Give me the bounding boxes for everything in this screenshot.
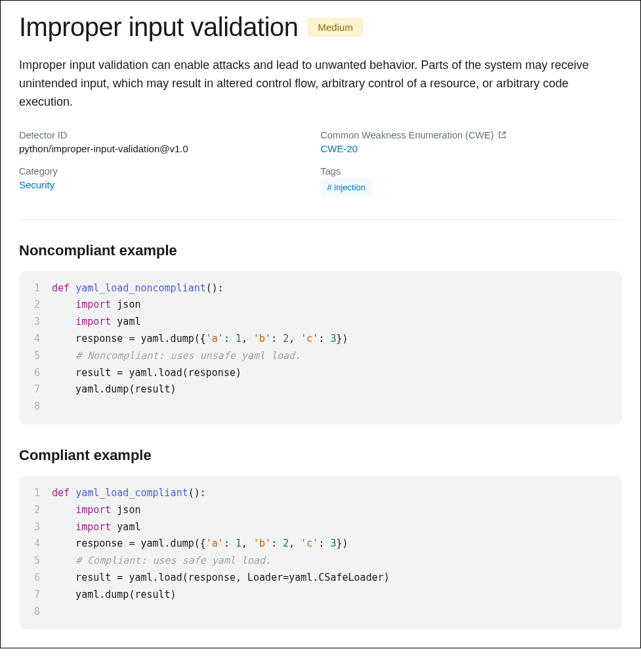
cwe-label: Common Weakness Enumeration (CWE) (321, 130, 623, 140)
code-line: 8 (19, 398, 622, 415)
meta-col-left: Detector ID python/improper-input-valida… (19, 130, 321, 202)
tags-label: Tags (321, 166, 623, 177)
code-text: # Compliant: uses safe yaml load. (52, 553, 622, 570)
code-line: 3 import yaml (19, 519, 622, 536)
code-text: result = yaml.load(response, Loader=yaml… (52, 570, 622, 587)
detector-id-value: python/improper-input-validation@v1.0 (19, 143, 321, 154)
code-text: import yaml (52, 314, 622, 331)
code-line: 3 import yaml (19, 314, 622, 331)
code-text: response = yaml.dump({'a': 1, 'b': 2, 'c… (52, 536, 622, 553)
detector-page: Improper input validation Medium Imprope… (0, 0, 641, 648)
code-text: yaml.dump(result) (52, 381, 622, 398)
line-number: 3 (19, 314, 52, 331)
code-text: # Noncompliant: uses unsafe yaml load. (52, 348, 622, 365)
code-line: 7 yaml.dump(result) (19, 381, 622, 398)
line-number: 7 (19, 381, 52, 398)
meta-col-right: Common Weakness Enumeration (CWE) CWE-20… (321, 130, 623, 202)
severity-badge: Medium (308, 18, 363, 37)
code-line: 2 import json (19, 502, 622, 519)
code-line: 7 yaml.dump(result) (19, 587, 622, 604)
line-number: 5 (19, 553, 52, 570)
code-line: 1def yaml_load_noncompliant(): (19, 280, 622, 297)
code-text: yaml.dump(result) (52, 587, 622, 604)
cwe-label-text: Common Weakness Enumeration (CWE) (321, 130, 494, 140)
noncompliant-heading: Noncompliant example (19, 242, 622, 259)
code-line: 4 response = yaml.dump({'a': 1, 'b': 2, … (19, 536, 622, 553)
cwe-link[interactable]: CWE-20 (321, 143, 623, 154)
line-number: 4 (19, 331, 52, 348)
code-line: 6 result = yaml.load(response, Loader=ya… (19, 570, 622, 587)
external-link-icon (498, 131, 507, 139)
line-number: 1 (19, 280, 52, 297)
code-line: 5 # Noncompliant: uses unsafe yaml load. (19, 348, 622, 365)
code-text (52, 604, 622, 621)
code-text: response = yaml.dump({'a': 1, 'b': 2, 'c… (52, 331, 622, 348)
description-text: Improper input validation can enable att… (19, 56, 622, 112)
line-number: 1 (19, 485, 52, 502)
detector-id-label: Detector ID (19, 130, 321, 140)
line-number: 8 (19, 398, 52, 415)
line-number: 5 (19, 348, 52, 365)
code-text: def yaml_load_compliant(): (52, 485, 622, 502)
code-text: def yaml_load_noncompliant(): (52, 280, 622, 297)
compliant-heading: Compliant example (19, 447, 622, 464)
line-number: 8 (19, 604, 52, 621)
compliant-code-block: 1def yaml_load_compliant():2 import json… (19, 476, 622, 629)
line-number: 6 (19, 570, 52, 587)
line-number: 2 (19, 502, 52, 519)
code-text: import json (52, 297, 622, 314)
category-link[interactable]: Security (19, 179, 321, 190)
title-row: Improper input validation Medium (19, 12, 622, 42)
line-number: 7 (19, 587, 52, 604)
line-number: 2 (19, 297, 52, 314)
code-line: 4 response = yaml.dump({'a': 1, 'b': 2, … (19, 331, 622, 348)
line-number: 4 (19, 536, 52, 553)
page-title: Improper input validation (19, 12, 299, 42)
code-text (52, 398, 622, 415)
code-line: 6 result = yaml.load(response) (19, 365, 622, 382)
code-text: import yaml (52, 519, 622, 536)
noncompliant-code-block: 1def yaml_load_noncompliant():2 import j… (19, 271, 622, 425)
line-number: 6 (19, 365, 52, 382)
tag-chip[interactable]: # injection (321, 179, 373, 196)
meta-grid: Detector ID python/improper-input-valida… (19, 130, 622, 220)
code-text: result = yaml.load(response) (52, 365, 622, 382)
code-line: 2 import json (19, 297, 622, 314)
code-line: 8 (19, 604, 622, 621)
line-number: 3 (19, 519, 52, 536)
category-label: Category (19, 166, 321, 177)
code-line: 1def yaml_load_compliant(): (19, 485, 622, 502)
code-line: 5 # Compliant: uses safe yaml load. (19, 553, 622, 570)
code-text: import json (52, 502, 622, 519)
